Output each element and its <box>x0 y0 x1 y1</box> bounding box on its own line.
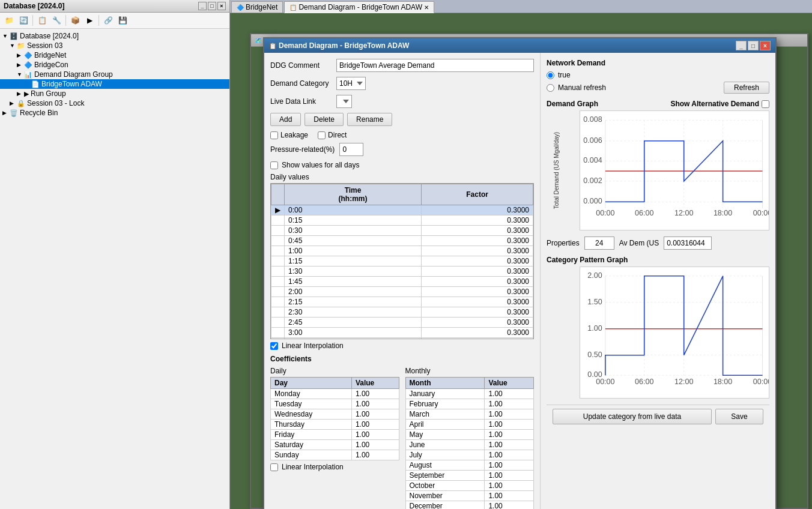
monthly-coeff-row[interactable]: December 1.00 <box>405 501 534 510</box>
maximize-left-btn[interactable]: □ <box>208 2 216 10</box>
monthly-coeff-row[interactable]: May 1.00 <box>405 430 534 440</box>
monthly-coeff-row[interactable]: August 1.00 <box>405 460 534 471</box>
daily-value-row[interactable]: 0:15 0.3000 <box>271 215 533 226</box>
manual-refresh-radio-row: Manual refresh <box>547 83 606 92</box>
daily-value-row[interactable]: 0:30 0.3000 <box>271 226 533 236</box>
toolbar-btn-8[interactable]: 💾 <box>116 14 129 27</box>
daily-coeff-interp-checkbox[interactable] <box>270 463 278 471</box>
tree-item-session03[interactable]: ▼ 📁 Session 03 <box>0 41 229 50</box>
file-tree: ▼ 🗄️ Database [2024.0] ▼ 📁 Session 03 ▶ … <box>0 29 229 120</box>
toolbar-btn-2[interactable]: 🔄 <box>17 14 30 27</box>
tree-item-recycle[interactable]: ▶ 🗑️ Recycle Bin <box>0 108 229 118</box>
properties-value-input[interactable] <box>584 236 614 250</box>
properties-label: Properties <box>547 239 580 247</box>
daily-coeff-wrapper: Daily Day Value Monday 1.00 Tuesda <box>270 367 399 509</box>
daily-coeff-row[interactable]: Thursday 1.00 <box>271 420 399 430</box>
delete-button[interactable]: Delete <box>304 113 344 126</box>
daily-coeff-row[interactable]: Sunday 1.00 <box>271 450 399 460</box>
monthly-coeff-month: September <box>405 471 485 481</box>
daily-linear-interp-checkbox[interactable] <box>270 342 278 350</box>
tab-demand-diagram[interactable]: 📋 Demand Diagram - BridgeTown ADAW ✕ <box>284 1 434 13</box>
daily-coeff-row[interactable]: Monday 1.00 <box>271 389 399 399</box>
tree-item-run-group[interactable]: ▶ ▶ Run Group <box>0 89 229 98</box>
rename-button[interactable]: Rename <box>347 113 392 126</box>
monthly-coeff-row[interactable]: January 1.00 <box>405 389 534 399</box>
monthly-coeff-row[interactable]: November 1.00 <box>405 491 534 501</box>
daily-coeff-row[interactable]: Friday 1.00 <box>271 430 399 440</box>
dialog-close-btn[interactable]: × <box>760 41 771 50</box>
refresh-button[interactable]: Refresh <box>724 82 769 94</box>
leakage-checkbox[interactable] <box>270 131 278 139</box>
daily-value-row[interactable]: 1:30 0.3000 <box>271 267 533 277</box>
tab-bridgenet[interactable]: 🔷 BridgeNet <box>231 1 283 13</box>
toolbar-btn-3[interactable]: 📋 <box>35 14 49 27</box>
toolbar-btn-7[interactable]: 🔗 <box>102 14 115 27</box>
daily-coeff-row[interactable]: Wednesday 1.00 <box>271 409 399 420</box>
category-graph-container: 2.00 1.50 1.00 0.50 0.00 00:00 06:00 12:… <box>580 267 769 399</box>
daily-row-factor: 0.3000 <box>422 338 533 340</box>
tab-demand-close[interactable]: ✕ <box>424 4 429 11</box>
monthly-coeff-month: June <box>405 440 485 450</box>
daily-value-row[interactable]: 2:30 0.3000 <box>271 307 533 318</box>
daily-value-row[interactable]: 3:00 0.3000 <box>271 328 533 338</box>
daily-value-row[interactable]: 1:45 0.3000 <box>271 277 533 287</box>
demand-category-select[interactable]: 10H <box>336 77 366 90</box>
expand-icon-ddg: ▼ <box>17 71 23 77</box>
daily-table-wrapper[interactable]: Time(hh:mm) Factor ▶ 0:00 0.3000 0:15 0.… <box>270 183 534 339</box>
tree-item-bridgenet[interactable]: ▶ 🔷 BridgeNet <box>0 50 229 60</box>
save-btn[interactable]: Save <box>715 409 763 424</box>
monthly-coeff-row[interactable]: July 1.00 <box>405 450 534 460</box>
close-left-btn[interactable]: × <box>217 2 226 10</box>
tree-item-bridgetown-adaw[interactable]: 📄 BridgeTown ADAW <box>0 79 229 89</box>
daily-value-row[interactable]: 2:45 0.3000 <box>271 318 533 328</box>
monthly-coeff-row[interactable]: September 1.00 <box>405 471 534 481</box>
toolbar-btn-4[interactable]: 🔧 <box>50 14 63 27</box>
svg-text:0.004: 0.004 <box>583 156 602 164</box>
add-button[interactable]: Add <box>270 113 301 126</box>
tree-item-bridgecon[interactable]: ▶ 🔷 BridgeCon <box>0 60 229 70</box>
auto-refresh-radio[interactable] <box>547 71 554 79</box>
tree-label-recycle: Recycle Bin <box>20 109 58 117</box>
live-data-link-select[interactable] <box>336 95 352 108</box>
monthly-coeff-row[interactable]: June 1.00 <box>405 440 534 450</box>
tree-item-db[interactable]: ▼ 🗄️ Database [2024.0] <box>0 31 229 41</box>
show-alt-demand-checkbox[interactable] <box>762 100 769 108</box>
daily-value-row[interactable]: 1:00 0.3000 <box>271 246 533 256</box>
tab-bridgenet-label: BridgeNet <box>246 3 277 11</box>
monthly-coeff-row[interactable]: April 1.00 <box>405 420 534 430</box>
tree-label-bridgecon: BridgeCon <box>34 61 68 69</box>
toolbar-btn-6[interactable]: ▶ <box>83 14 96 27</box>
daily-coeff-row[interactable]: Tuesday 1.00 <box>271 399 399 409</box>
daily-row-time: 2:00 <box>285 287 422 297</box>
monthly-coeff-label: Monthly <box>405 367 535 375</box>
daily-coeff-interp-label: Linear Interpolation <box>282 463 344 471</box>
ddg-comment-input[interactable] <box>336 59 534 72</box>
dialog-maximize-btn[interactable]: □ <box>748 41 759 50</box>
av-dem-value-input[interactable] <box>664 236 712 250</box>
daily-coeff-row[interactable]: Saturday 1.00 <box>271 440 399 450</box>
monthly-coeff-row[interactable]: February 1.00 <box>405 399 534 409</box>
daily-value-row[interactable]: 1:15 0.3000 <box>271 256 533 267</box>
direct-checkbox[interactable] <box>318 131 326 139</box>
update-category-btn[interactable]: Update category from live data <box>553 409 712 424</box>
minimize-left-btn[interactable]: _ <box>198 2 207 10</box>
monthly-coeff-row[interactable]: March 1.00 <box>405 409 534 420</box>
manual-refresh-radio[interactable] <box>547 84 554 92</box>
toolbar-btn-1[interactable]: 📁 <box>2 14 16 27</box>
daily-value-row[interactable]: ▶ 0:00 0.3000 <box>271 205 533 215</box>
tree-item-ddg[interactable]: ▼ 📊 Demand Diagram Group <box>0 70 229 79</box>
monthly-coeff-row[interactable]: October 1.00 <box>405 481 534 491</box>
daily-value-row[interactable]: 2:15 0.3000 <box>271 297 533 307</box>
dialog-minimize-btn[interactable]: _ <box>736 41 747 50</box>
monthly-coeff-value: 1.00 <box>485 399 534 409</box>
daily-value-row[interactable]: 3:15 0.3000 <box>271 338 533 340</box>
show-all-days-checkbox[interactable] <box>270 161 278 169</box>
category-graph-svg: 2.00 1.50 1.00 0.50 0.00 00:00 06:00 12:… <box>580 267 769 398</box>
tree-item-session03-lock[interactable]: ▶ 🔒 Session 03 - Lock <box>0 98 229 108</box>
daily-value-row[interactable]: 0:45 0.3000 <box>271 236 533 246</box>
toolbar-btn-5[interactable]: 📦 <box>68 14 82 27</box>
tree-label-lock: Session 03 - Lock <box>27 99 84 107</box>
pressure-related-input[interactable] <box>339 143 363 156</box>
monthly-coeff-month: August <box>405 460 485 471</box>
daily-value-row[interactable]: 2:00 0.3000 <box>271 287 533 297</box>
